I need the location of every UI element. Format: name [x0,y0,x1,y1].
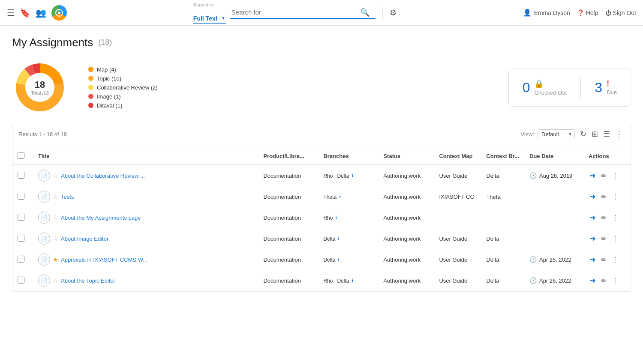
people-icon[interactable]: 👥 [36,8,46,18]
star-icon[interactable]: ★ [53,256,58,263]
logo-icon[interactable] [51,5,67,21]
branch-tag: Rho · Delta ℹ [323,278,353,284]
title-cell: 📄 ☆ About the Topic Editor [38,274,253,286]
row-checkbox[interactable] [18,214,24,221]
row-checkbox[interactable] [18,256,24,263]
row-title-cell: 📄 ☆ About the Topic Editor [33,270,258,291]
action-more-button[interactable]: ⋮ [611,171,619,181]
branch-info-icon[interactable]: ℹ [339,194,341,200]
action-edit-button[interactable]: ✏ [600,192,607,202]
branch-info-icon[interactable]: ℹ [352,278,353,283]
checkedout-number: 0 [523,80,530,95]
action-navigate-button[interactable]: ➜ [589,233,597,244]
row-branches-cell: Rho ℹ [318,207,378,228]
action-edit-button[interactable]: ✏ [600,234,607,244]
branch-tag: Delta ℹ [323,236,340,242]
legend-item-topic: Topic (10) [88,75,158,82]
row-title-text[interactable]: About Image Editor [61,236,108,242]
topnav-left: ☰ 🔖 👥 [7,5,67,21]
search-mode-select[interactable]: Full Text Title [193,14,226,24]
row-product-cell: Documentation [258,228,318,249]
doc-icon: 📄 [38,212,50,224]
row-status-cell: Authoring:work [378,186,434,207]
branch-info-icon[interactable]: ℹ [338,236,340,242]
action-edit-button[interactable]: ✏ [600,276,607,286]
results-outer: Results 1 - 18 of 18 View: Default Compa… [12,124,631,292]
row-checkbox[interactable] [18,235,24,242]
row-title-text[interactable]: Tests [61,194,74,200]
help-icon: ❓ [577,9,584,16]
branch-info-icon[interactable]: ℹ [352,173,353,179]
due-clock-icon: 🕐 [529,256,537,263]
row-actions-cell: ➜ ✏ ⋮ [583,186,631,207]
row-status-cell: Authoring:work [378,165,434,186]
star-icon[interactable]: ☆ [53,277,58,284]
search-in-wrap: Search in Full Text Title ▼ [193,2,226,24]
action-edit-button[interactable]: ✏ [600,213,607,223]
header-branches: Branches [318,148,378,165]
bookmark-icon[interactable]: 🔖 [20,8,30,18]
view-select[interactable]: Default Compact [538,129,575,139]
row-title-cell: 📄 ☆ About the My Assignments page [33,207,258,228]
action-more-button[interactable]: ⋮ [611,234,619,244]
legend-item-map: Map (4) [88,66,158,73]
actions-cell: ➜ ✏ ⋮ [589,191,625,202]
filter-icon[interactable]: ⚙ [390,8,397,18]
menu-icon[interactable]: ☰ [7,8,15,18]
header-ctxbr: Context Br... [481,148,524,165]
row-sep2 [580,228,583,249]
row-title-text[interactable]: About the Topic Editor [61,277,115,284]
action-edit-button[interactable]: ✏ [600,255,607,265]
action-navigate-button[interactable]: ➜ [589,254,597,265]
donut-label: Total /18 [31,90,49,95]
legend-label-collab: Collaborative Review (2) [97,84,158,91]
star-icon[interactable]: ☆ [53,172,58,179]
columns-icon-button[interactable]: ⊞ [590,128,600,140]
table-body: 📄 ☆ About the Collaborative Review ... D… [12,165,631,291]
table-scroll[interactable]: Title Product/Libra... Branches Status C… [12,148,631,291]
row-sep1 [30,228,33,249]
view-label: View: [520,131,534,137]
row-title-text[interactable]: About the Collaborative Review ... [61,173,145,179]
row-checkbox[interactable] [18,193,24,200]
action-more-button[interactable]: ⋮ [611,192,619,202]
legend-label-topic: Topic (10) [97,75,121,82]
due-info: ! Due [607,79,617,95]
search-icon[interactable]: 🔍 [360,8,370,17]
header-actions: Actions [583,148,631,165]
row-title-text[interactable]: About the My Assignments page [61,215,141,221]
filter-rows-icon-button[interactable]: ☰ [601,128,612,140]
action-edit-button[interactable]: ✏ [600,171,607,181]
branch-info-icon[interactable]: ℹ [335,215,337,221]
branch-tag: Theta ℹ [323,194,341,200]
select-all-checkbox[interactable] [18,152,24,159]
branch-info-icon[interactable]: ℹ [338,257,340,263]
action-navigate-button[interactable]: ➜ [589,191,597,202]
action-more-button[interactable]: ⋮ [611,255,619,265]
star-icon[interactable]: ☆ [53,235,58,242]
stats-cards: 0 🔒 Checked Out 3 ! Due [508,69,631,107]
search-input[interactable] [231,9,360,16]
star-icon[interactable]: ☆ [53,193,58,200]
row-checkbox[interactable] [18,172,24,179]
more-options-icon-button[interactable]: ⋮ [613,128,625,140]
star-icon[interactable]: ☆ [53,214,58,221]
row-sep1 [30,207,33,228]
help-button[interactable]: ❓ Help [577,9,598,16]
stat-card-checkedout: 0 🔒 Checked Out [509,69,581,106]
action-navigate-button[interactable]: ➜ [589,170,597,181]
action-more-button[interactable]: ⋮ [611,276,619,286]
row-checkbox[interactable] [18,277,24,283]
action-navigate-button[interactable]: ➜ [589,275,597,286]
refresh-icon-button[interactable]: ↻ [578,128,588,140]
table-row: 📄 ☆ Tests DocumentationTheta ℹAuthoring:… [12,186,631,207]
action-navigate-button[interactable]: ➜ [589,212,597,223]
row-title-text[interactable]: Approvals in IXIASOFT CCMS W... [61,257,147,263]
actions-cell: ➜ ✏ ⋮ [589,275,625,286]
signout-button[interactable]: ⏻ Sign Out [605,9,636,16]
action-more-button[interactable]: ⋮ [611,213,619,223]
user-menu[interactable]: 👤 Emma Dyson [523,9,570,17]
row-checkbox-cell [12,249,30,270]
row-checkbox-cell [12,207,30,228]
chart-legend: Map (4) Topic (10) Collaborative Review … [88,66,158,109]
